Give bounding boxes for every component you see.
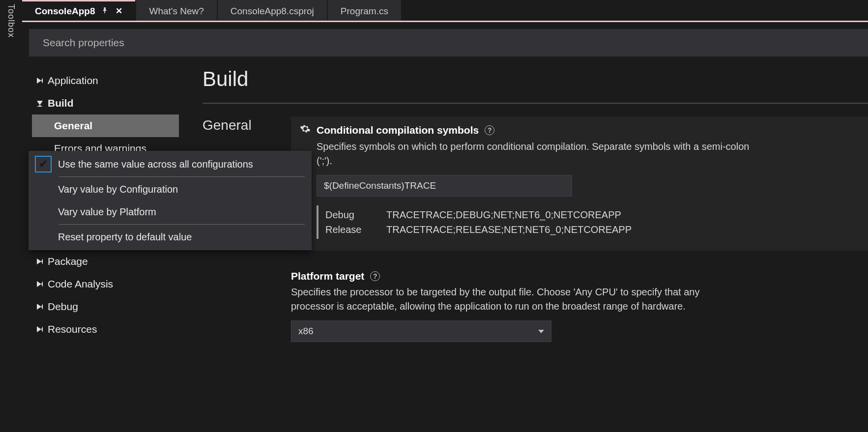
config-value: TRACETRACE;RELEASE;NET;NET6_0;NETCOREAPP	[386, 222, 632, 237]
main-area: ConsoleApp8 ✕ What's New? ConsoleApp8.cs…	[22, 0, 868, 432]
toolbox-label: Toolbox	[6, 4, 16, 38]
sidebar-item-general[interactable]: General	[32, 115, 179, 137]
setting-header: Platform target ?	[291, 270, 868, 282]
close-icon[interactable]: ✕	[116, 6, 122, 16]
tab-label: Program.cs	[341, 6, 388, 17]
sidebar-item-package[interactable]: Package	[32, 250, 179, 273]
setting-header: Conditional compilation symbols ?	[300, 123, 859, 137]
setting-description: Specifies the processor to be targeted b…	[291, 285, 733, 314]
setting-conditional-symbols: Conditional compilation symbols ? Specif…	[291, 116, 868, 251]
ctx-item-same-value[interactable]: ✔ Use the same value across all configur…	[29, 153, 312, 175]
settings-column: Conditional compilation symbols ? Specif…	[291, 116, 868, 342]
tab-label: What's New?	[149, 6, 203, 17]
search-input[interactable]	[43, 37, 854, 49]
toolbox-rail[interactable]: Toolbox	[0, 0, 22, 432]
config-value: TRACETRACE;DEBUG;NET;NET6_0;NETCOREAPP	[386, 207, 621, 222]
tab-label: ConsoleApp8	[35, 6, 95, 17]
context-menu: ✔ Use the same value across all configur…	[29, 151, 312, 250]
search-box[interactable]	[29, 29, 868, 57]
chevron-down-icon	[37, 101, 43, 107]
sidebar-item-application[interactable]: Application	[32, 69, 179, 92]
config-name: Release	[325, 222, 370, 237]
page-title: Build	[203, 67, 868, 91]
chevron-right-icon	[37, 259, 43, 264]
tab-label: ConsoleApp8.csproj	[231, 6, 314, 17]
chevron-right-icon	[37, 78, 43, 84]
ctx-item-vary-platform[interactable]: Vary value by Platform	[29, 201, 312, 223]
symbols-input-box[interactable]	[317, 175, 572, 197]
setting-description: Specifies symbols on which to perform co…	[317, 140, 759, 168]
chevron-right-icon	[37, 326, 43, 332]
sidebar-item-resources[interactable]: Resources	[32, 318, 179, 341]
sidebar-item-debug[interactable]: Debug	[32, 295, 179, 318]
symbols-input[interactable]	[324, 180, 565, 191]
check-icon: ✔	[35, 156, 52, 173]
config-preview: Debug TRACETRACE;DEBUG;NET;NET6_0;NETCOR…	[317, 205, 859, 239]
config-row: Release TRACETRACE;RELEASE;NET;NET6_0;NE…	[325, 222, 859, 237]
ctx-item-label: Use the same value across all configurat…	[58, 159, 253, 170]
help-icon[interactable]: ?	[370, 271, 380, 281]
ctx-item-label: Vary value by Configuration	[58, 184, 178, 195]
sidebar-item-label: Debug	[48, 301, 78, 313]
setting-platform-target: Platform target ? Specifies the processo…	[291, 270, 868, 342]
sidebar-item-label: Resources	[48, 323, 97, 335]
tab-active[interactable]: ConsoleApp8 ✕	[22, 0, 135, 21]
sidebar-item-label: Code Analysis	[48, 278, 113, 290]
sidebar-item-build[interactable]: Build	[32, 92, 179, 115]
chevron-down-icon	[538, 330, 544, 333]
select-value: x86	[298, 326, 314, 337]
platform-select[interactable]: x86	[291, 320, 551, 342]
pin-icon[interactable]	[102, 7, 109, 15]
ctx-item-vary-config[interactable]: Vary value by Configuration	[29, 178, 312, 201]
sidebar-item-label: Build	[48, 97, 74, 109]
title-rule	[203, 103, 868, 104]
tab-csproj[interactable]: ConsoleApp8.csproj	[218, 0, 327, 21]
setting-title: Conditional compilation symbols	[317, 124, 479, 136]
ctx-separator	[59, 224, 305, 225]
tab-whats-new[interactable]: What's New?	[136, 0, 216, 21]
ctx-item-label: Reset property to default value	[58, 231, 192, 243]
tab-program[interactable]: Program.cs	[328, 0, 401, 21]
config-row: Debug TRACETRACE;DEBUG;NET;NET6_0;NETCOR…	[325, 207, 859, 222]
chevron-right-icon	[37, 304, 43, 310]
sidebar-item-codeanalysis[interactable]: Code Analysis	[32, 273, 179, 295]
ctx-separator	[59, 176, 305, 177]
sidebar-item-label: Package	[48, 256, 88, 267]
chevron-right-icon	[37, 281, 43, 287]
ctx-item-reset[interactable]: Reset property to default value	[29, 226, 312, 248]
gear-icon[interactable]	[300, 123, 311, 137]
help-icon[interactable]: ?	[485, 125, 494, 135]
setting-title: Platform target	[291, 270, 364, 282]
sidebar-item-label: General	[54, 120, 92, 132]
ctx-item-label: Vary value by Platform	[58, 206, 156, 218]
sidebar-item-label: Application	[48, 75, 98, 86]
config-name: Debug	[325, 207, 370, 222]
tabstrip: ConsoleApp8 ✕ What's New? ConsoleApp8.cs…	[22, 0, 868, 21]
